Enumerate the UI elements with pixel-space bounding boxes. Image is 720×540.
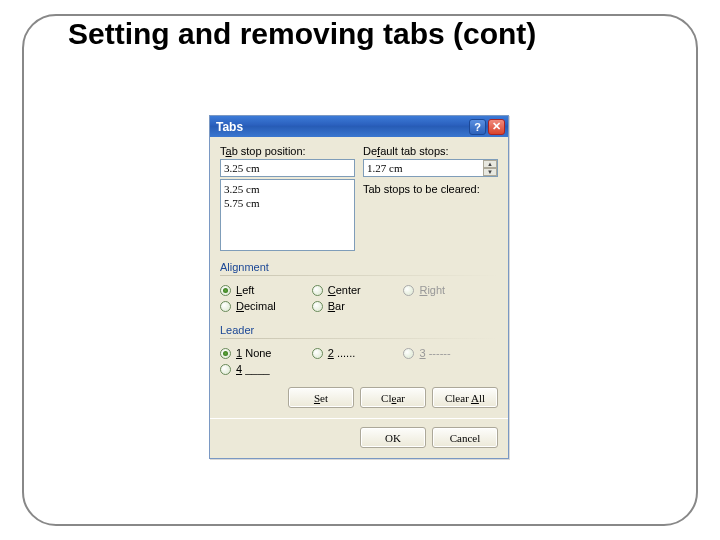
slide-title: Setting and removing tabs (cont) (68, 16, 536, 51)
tabs-dialog: Tabs ? ✕ Tab stop position: 3.25 cm 5.75… (209, 115, 509, 459)
cancel-button[interactable]: Cancel (432, 427, 498, 448)
list-item[interactable]: 3.25 cm (224, 182, 351, 196)
radio-center[interactable]: Center (312, 282, 404, 298)
radio-bar[interactable]: Bar (312, 298, 404, 314)
radio-leader-dashes[interactable]: 3 ------ (403, 345, 495, 361)
clear-button[interactable]: Clear (360, 387, 426, 408)
help-button[interactable]: ? (469, 119, 486, 135)
alignment-title: Alignment (220, 261, 498, 273)
close-button[interactable]: ✕ (488, 119, 505, 135)
tabstop-list[interactable]: 3.25 cm 5.75 cm (220, 179, 355, 251)
radio-leader-dots[interactable]: 2 ...... (312, 345, 404, 361)
radio-leader-none[interactable]: 1 None (220, 345, 312, 361)
default-input[interactable] (363, 159, 498, 177)
set-button[interactable]: Set (288, 387, 354, 408)
leader-title: Leader (220, 324, 498, 336)
default-spinner[interactable]: ▲▼ (483, 160, 497, 176)
radio-right[interactable]: Right (403, 282, 495, 298)
default-label: Default tab stops: (363, 145, 498, 157)
tabstop-label: Tab stop position: (220, 145, 355, 157)
radio-decimal[interactable]: Decimal (220, 298, 312, 314)
clear-label: Tab stops to be cleared: (363, 183, 498, 195)
ok-button[interactable]: OK (360, 427, 426, 448)
radio-left[interactable]: Left (220, 282, 312, 298)
titlebar[interactable]: Tabs ? ✕ (210, 116, 508, 137)
window-title: Tabs (216, 120, 243, 134)
leader-group: 1 None 2 ...... 3 ------ 4 ____ (220, 345, 498, 377)
alignment-group: Left Center Right Decimal Bar (220, 282, 498, 314)
clear-all-button[interactable]: Clear All (432, 387, 498, 408)
list-item[interactable]: 5.75 cm (224, 196, 351, 210)
radio-leader-under[interactable]: 4 ____ (220, 361, 312, 377)
tabstop-input[interactable] (220, 159, 355, 177)
